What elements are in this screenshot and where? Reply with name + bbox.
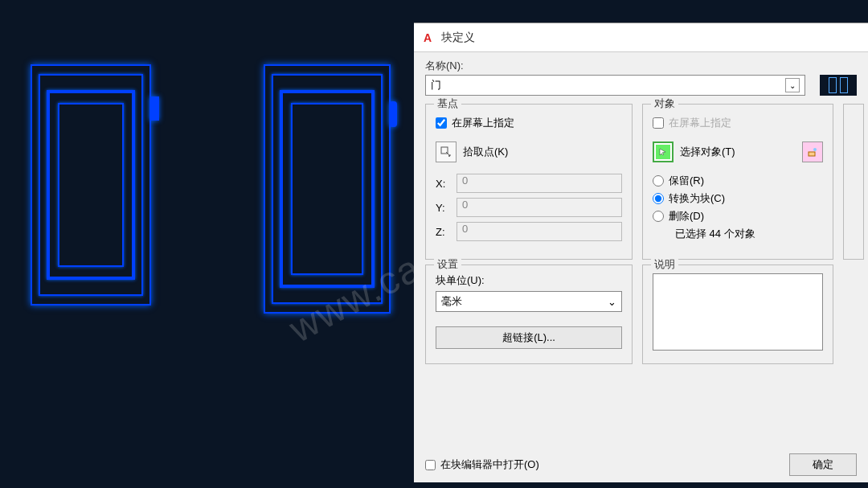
basepoint-group: 基点 在屏幕上指定 拾取点(K) X: 0 Y: 0 <box>425 104 633 260</box>
delete-radio[interactable] <box>653 211 664 222</box>
open-editor-checkbox[interactable] <box>425 460 436 470</box>
chevron-down-icon[interactable]: ⌄ <box>608 296 616 308</box>
description-title: 说明 <box>651 257 678 272</box>
retain-label: 保留(R) <box>669 174 704 188</box>
x-label: X: <box>436 178 450 190</box>
block-preview-icon <box>820 75 857 96</box>
x-input[interactable]: 0 <box>457 174 622 193</box>
door-block-left[interactable] <box>31 64 151 306</box>
objects-onscreen-checkbox[interactable] <box>653 117 664 129</box>
selected-count-label: 已选择 44 个对象 <box>675 227 823 241</box>
drawing-canvas[interactable]: www.cadzxw.com <box>0 0 414 488</box>
behavior-group-edge <box>843 104 864 260</box>
block-name-value: 门 <box>431 78 441 92</box>
select-objects-label: 选择对象(T) <box>680 145 735 159</box>
settings-title: 设置 <box>434 257 461 272</box>
y-label: Y: <box>436 202 450 214</box>
convert-label: 转换为块(C) <box>669 191 725 206</box>
convert-radio[interactable] <box>653 193 664 204</box>
z-input[interactable]: 0 <box>457 222 622 241</box>
unit-value: 毫米 <box>441 294 462 309</box>
settings-group: 设置 块单位(U): 毫米 ⌄ 超链接(L)... <box>425 265 633 364</box>
select-objects-button[interactable] <box>653 141 674 162</box>
dialog-title: 块定义 <box>441 31 475 45</box>
z-label: Z: <box>436 226 450 238</box>
basepoint-onscreen-label: 在屏幕上指定 <box>452 116 514 130</box>
objects-onscreen-label: 在屏幕上指定 <box>669 116 731 130</box>
door-block-right[interactable] <box>264 64 391 314</box>
ok-button[interactable]: 确定 <box>789 453 857 476</box>
retain-radio[interactable] <box>653 175 664 187</box>
unit-select[interactable]: 毫米 ⌄ <box>436 291 622 312</box>
name-label: 名称(N): <box>425 59 857 73</box>
basepoint-onscreen-checkbox[interactable] <box>436 117 447 129</box>
door-handle-icon <box>149 96 159 121</box>
door-handle-icon <box>389 101 397 127</box>
basepoint-title: 基点 <box>434 96 461 111</box>
pick-point-button[interactable] <box>436 141 457 162</box>
objects-group: 对象 在屏幕上指定 选择对象(T) 保留(R) <box>642 104 833 260</box>
objects-title: 对象 <box>651 96 678 111</box>
y-input[interactable]: 0 <box>457 198 622 217</box>
pick-point-icon <box>440 146 452 158</box>
description-group: 说明 <box>642 265 833 364</box>
delete-label: 删除(D) <box>669 209 704 223</box>
autocad-icon: A <box>420 31 435 45</box>
svg-point-2 <box>813 148 817 151</box>
quick-select-button[interactable] <box>802 141 823 162</box>
pick-point-label: 拾取点(K) <box>463 145 508 159</box>
dialog-title-bar[interactable]: A 块定义 <box>414 23 868 52</box>
description-textarea[interactable] <box>653 273 823 351</box>
hyperlink-button[interactable]: 超链接(L)... <box>436 326 622 349</box>
svg-rect-1 <box>809 152 815 156</box>
quick-select-icon <box>807 146 818 158</box>
chevron-down-icon[interactable]: ⌄ <box>785 78 800 92</box>
cursor-icon <box>659 148 667 156</box>
unit-label: 块单位(U): <box>436 273 622 288</box>
block-name-select[interactable]: 门 ⌄ <box>425 75 805 96</box>
block-definition-dialog: A 块定义 名称(N): 门 ⌄ 基点 在屏幕上指定 <box>414 23 868 482</box>
open-editor-label: 在块编辑器中打开(O) <box>440 457 539 472</box>
